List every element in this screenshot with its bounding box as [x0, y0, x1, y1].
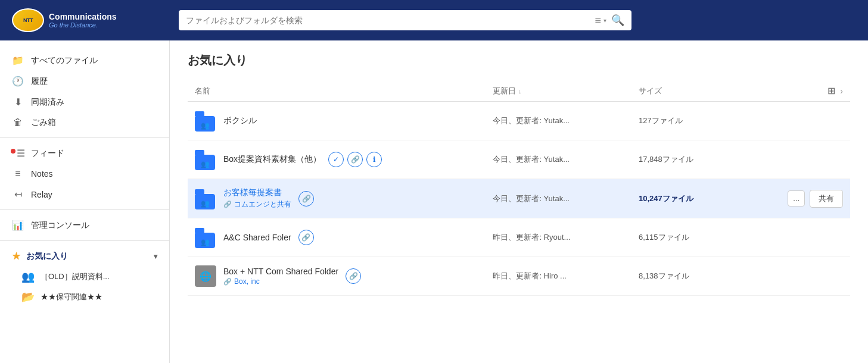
badge-icons: 🔗 [346, 268, 361, 284]
table-row[interactable]: 👥 Box提案資料素材集（他） ✓ 🔗 ℹ [188, 140, 850, 179]
sidebar-item-trash[interactable]: 🗑 ごみ箱 [0, 112, 169, 133]
shared-folder-icon: 👥 [195, 149, 216, 170]
file-size: 6,115ファイル [639, 233, 689, 242]
star-icon: ★ [12, 251, 20, 262]
col-header-actions: ⊞ › [751, 80, 850, 102]
sidebar-item-feed[interactable]: ☰ フィード [0, 143, 169, 164]
clock-icon: 🕐 [12, 76, 24, 87]
sidebar-divider-3 [0, 240, 169, 241]
collab-link-icon: 🔗 [223, 278, 232, 286]
search-submit-icon[interactable]: 🔍 [611, 14, 624, 27]
file-size: 17,848ファイル [639, 155, 693, 164]
file-date: 今日、更新者: Yutak... [493, 194, 570, 203]
search-bar[interactable]: ≡ ▾ 🔍 [179, 10, 631, 30]
check-badge: ✓ [328, 152, 344, 167]
content-area: お気に入り 名前 更新日 ↓ サイズ ⊞ [170, 40, 868, 363]
header: NTT Communications Go the Distance. ≡ ▾ … [0, 0, 868, 40]
file-size: 127ファイル [639, 116, 683, 125]
badge-icons: 🔗 [298, 191, 314, 206]
favorites-section[interactable]: ★ お気に入り ▾ [0, 246, 169, 267]
sidebar-sub-old-docs[interactable]: 👥 ［OLD］説明資料... [0, 267, 169, 287]
badge-icons: 🔗 [298, 230, 314, 245]
more-button[interactable]: ... [788, 190, 805, 206]
file-date: 昨日、更新者: Hiro ... [493, 271, 567, 280]
collab-link-icon: 🔗 [223, 201, 232, 208]
table-row[interactable]: 👥 お客様毎提案書 🔗 コムエンジと共有 [188, 179, 850, 218]
file-size: 8,138ファイル [639, 271, 689, 280]
col-header-date[interactable]: 更新日 ↓ [486, 80, 631, 102]
blue-folder-icon: 👥 [21, 270, 35, 283]
sidebar-label-notes: Notes [31, 169, 53, 179]
sidebar: 📁 すべてのファイル 🕐 履歴 ⬇ 同期済み 🗑 ごみ箱 ☰ フィード ≡ No… [0, 40, 170, 363]
sidebar-label-admin: 管理コンソール [31, 220, 89, 231]
shared-folder-icon: 👥 [195, 188, 216, 209]
table-row[interactable]: 👥 ボクシル 今日、更新者: Yutak... 127ファイル [188, 102, 850, 140]
main-layout: 📁 すべてのファイル 🕐 履歴 ⬇ 同期済み 🗑 ごみ箱 ☰ フィード ≡ No… [0, 40, 868, 363]
col-header-size: サイズ [631, 80, 751, 102]
link-badge: 🔗 [347, 152, 363, 167]
sidebar-item-admin[interactable]: 📊 管理コンソール [0, 215, 169, 236]
notes-icon: ≡ [12, 168, 24, 179]
folder-icon: 📁 [12, 55, 24, 66]
file-size: 10,247ファイル [639, 194, 693, 203]
search-filter-icon[interactable]: ≡ ▾ [595, 14, 606, 27]
info-badge: ℹ [366, 152, 382, 167]
expand-icon[interactable]: › [840, 86, 843, 96]
link-badge: 🔗 [298, 230, 314, 245]
shared-folder-icon: 👥 [195, 110, 216, 132]
sidebar-label-all-files: すべてのファイル [31, 55, 98, 66]
sidebar-item-history[interactable]: 🕐 履歴 [0, 71, 169, 92]
sidebar-label-feed: フィード [31, 148, 64, 159]
globe-folder-icon: 🌐 [195, 265, 216, 287]
link-badge: 🔗 [346, 268, 361, 284]
file-table: 名前 更新日 ↓ サイズ ⊞ › [188, 80, 850, 296]
file-name: A&C Shared Foler [223, 233, 291, 242]
feed-badge [11, 149, 15, 154]
table-row[interactable]: 🌐 Box + NTT Com Shared Folder 🔗 Box, inc… [188, 257, 850, 296]
file-date: 今日、更新者: Yutak... [493, 116, 570, 125]
sidebar-label-old-docs: ［OLD］説明資料... [41, 271, 110, 282]
sidebar-label-maintenance: ★★保守関連★★ [41, 292, 102, 302]
ntt-logo: NTT [12, 8, 44, 32]
page-title: お気に入り [188, 52, 850, 68]
file-name: Box + NTT Com Shared Folder [223, 267, 338, 276]
badge-icons: ✓ 🔗 ℹ [328, 152, 382, 167]
collab-label: Box, inc [234, 277, 260, 286]
search-input[interactable] [186, 15, 590, 25]
sidebar-divider-2 [0, 209, 169, 210]
collab-label: コムエンジと共有 [234, 199, 291, 209]
sidebar-divider-1 [0, 137, 169, 138]
file-name: Box提案資料素材集（他） [223, 154, 321, 165]
sidebar-item-all-files[interactable]: 📁 すべてのファイル [0, 50, 169, 71]
favorites-chevron-icon[interactable]: ▾ [154, 252, 157, 261]
sidebar-item-notes[interactable]: ≡ Notes [0, 164, 169, 184]
table-row[interactable]: 👥 A&C Shared Foler 🔗 昨日、更新者: Ryout... [188, 218, 850, 257]
logo-tagline: Go the Distance. [49, 21, 117, 29]
sidebar-label-trash: ごみ箱 [31, 117, 56, 128]
file-date: 昨日、更新者: Ryout... [493, 233, 570, 242]
file-name: ボクシル [223, 115, 257, 126]
file-date: 今日、更新者: Yutak... [493, 155, 570, 164]
trash-icon: 🗑 [12, 117, 24, 128]
logo-company: Communications [49, 12, 117, 21]
share-button[interactable]: 共有 [810, 190, 843, 208]
download-icon: ⬇ [12, 96, 24, 108]
shared-folder-icon: 👥 [195, 227, 216, 248]
favorites-label: お気に入り [26, 251, 148, 262]
sidebar-label-history: 履歴 [31, 76, 48, 87]
relay-icon: ↤ [12, 189, 24, 200]
col-header-name: 名前 [188, 80, 486, 102]
yellow-folder-icon: 📂 [21, 290, 35, 303]
grid-view-icon[interactable]: ⊞ [827, 85, 835, 96]
link-badge: 🔗 [298, 191, 314, 206]
row-actions: ... 共有 [758, 190, 843, 208]
sidebar-item-synced[interactable]: ⬇ 同期済み [0, 92, 169, 112]
logo-area: NTT Communications Go the Distance. [12, 8, 167, 32]
sidebar-label-synced: 同期済み [31, 97, 64, 108]
chart-icon: 📊 [12, 220, 24, 231]
sort-arrow-icon: ↓ [518, 87, 522, 95]
sidebar-label-relay: Relay [31, 190, 52, 199]
sidebar-sub-maintenance[interactable]: 📂 ★★保守関連★★ [0, 287, 169, 307]
sidebar-item-relay[interactable]: ↤ Relay [0, 184, 169, 205]
file-name: お客様毎提案書 [223, 187, 291, 198]
